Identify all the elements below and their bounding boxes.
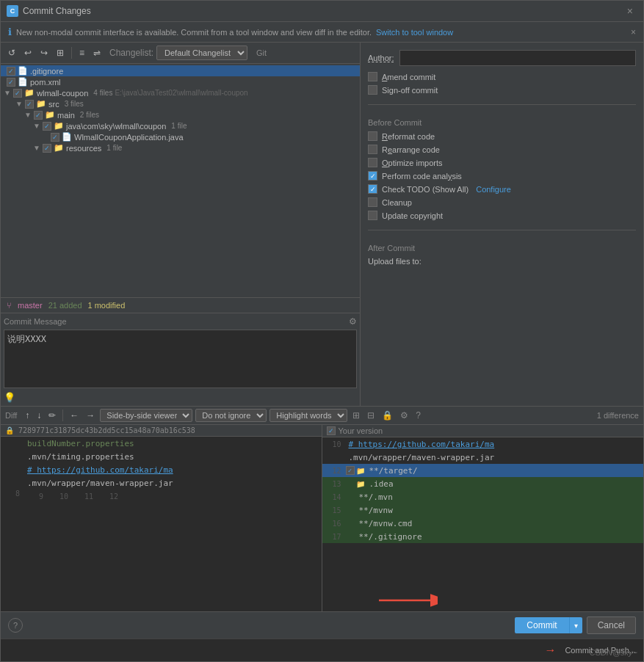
expand-button[interactable]: ≡ — [76, 46, 87, 59]
checkbox-src[interactable]: ✓ — [25, 100, 34, 109]
commit-button[interactable]: Commit — [515, 617, 568, 633]
modified-count: 1 modified — [88, 301, 126, 310]
group-button[interactable]: ⊞ — [54, 46, 67, 59]
diff-prev-button[interactable]: ← — [68, 410, 81, 421]
diff-count: 1 difference — [597, 411, 639, 420]
diff-up-button[interactable]: ↑ — [23, 410, 32, 421]
line-num-10: 10 — [49, 492, 73, 501]
checkbox-resources[interactable]: ✓ — [43, 144, 51, 153]
undo-button[interactable]: ↩ — [21, 46, 35, 59]
commit-dropdown-button[interactable]: ▾ — [569, 617, 582, 633]
file-tree: ✓ 📄 .gitignore ✓ 📄 pom.xml ▼ ✓ 📁 wlmall-… — [1, 64, 360, 297]
upload-row: Upload files to: — [368, 257, 636, 266]
author-input[interactable] — [399, 50, 636, 66]
diff-settings-button[interactable]: ⚙ — [398, 410, 410, 421]
optimize-checkbox[interactable] — [368, 158, 377, 167]
diff-down-button[interactable]: ↓ — [35, 410, 43, 421]
diff-help-button[interactable]: ? — [413, 410, 423, 421]
checkbox-wlmallapp[interactable]: ✓ — [51, 133, 59, 142]
after-commit-label: After Commit — [368, 244, 636, 252]
diff-lock-button[interactable]: 🔒 — [380, 410, 395, 421]
rearrange-checkbox[interactable] — [368, 145, 377, 154]
checktodo-checkbox[interactable]: ✓ — [368, 184, 377, 194]
right-header-checkbox[interactable]: ✓ — [327, 426, 336, 435]
tree-item-main[interactable]: ▼ ✓ 📁 main 2 files — [1, 109, 360, 120]
diff-columns-button[interactable]: ⊞ — [350, 410, 362, 421]
folder-icon-2: 📁 — [356, 480, 365, 488]
configure-link[interactable]: Configure — [476, 185, 511, 194]
update-copyright-checkbox[interactable] — [368, 211, 377, 220]
divider-1 — [368, 104, 636, 105]
diff-next-button[interactable]: → — [84, 410, 97, 421]
wlmallapp-icon: 📄 — [62, 132, 72, 142]
separator — [71, 47, 72, 59]
checkbox-main[interactable]: ✓ — [34, 111, 43, 120]
files-toolbar: ↺ ↩ ↪ ⊞ ≡ ⇌ Changelist: Default Changeli… — [1, 43, 360, 64]
java-badge: 1 file — [171, 122, 187, 130]
diff-line-r6: 15 **/mvnw — [322, 503, 644, 517]
signoff-checkbox[interactable] — [368, 85, 377, 95]
resources-badge: 1 file — [106, 144, 122, 152]
cleanup-checkbox[interactable] — [368, 197, 377, 207]
diff-line-empty: 8 9 10 11 12 — [1, 490, 322, 503]
tree-item-wlmallapp[interactable]: ✓ 📄 WlmallCouponApplication.java — [1, 131, 360, 142]
checkbox-java[interactable]: ✓ — [43, 122, 51, 131]
perform-checkbox[interactable]: ✓ — [368, 171, 377, 181]
main-label: main — [57, 111, 75, 120]
watermark: CSDN@sky~ — [590, 648, 637, 657]
cleanup-label: Cleanup — [382, 198, 412, 207]
cancel-button[interactable]: Cancel — [587, 616, 636, 634]
arrow-resources: ▼ — [33, 144, 40, 152]
changelist-select[interactable]: Default Changelist — [156, 46, 247, 60]
arrow-java: ▼ — [33, 122, 40, 130]
checkbox-gitignore[interactable]: ✓ — [7, 67, 15, 76]
line-number: 13 — [322, 480, 346, 488]
checkbox-wlmall[interactable]: ✓ — [13, 89, 22, 98]
reformat-checkbox[interactable] — [368, 131, 377, 141]
reformat-row: Reformat code — [368, 131, 636, 141]
info-message: New non-modal commit interface is availa… — [16, 28, 372, 37]
before-commit-label: Before Commit — [368, 118, 636, 127]
dialog-close-button[interactable]: × — [623, 4, 637, 18]
diff-edit-button[interactable]: ✏ — [46, 410, 58, 421]
commit-message-label: Commit Message — [4, 317, 67, 326]
diff-version-label: Your version — [339, 426, 383, 435]
line-content: buildNumber.properties — [24, 439, 322, 448]
tree-item-src[interactable]: ▼ ✓ 📁 src 3 files — [1, 98, 360, 109]
line-num-9: 9 — [24, 492, 48, 501]
diff-ignore-select[interactable]: Do not ignore — [195, 409, 267, 422]
src-icon: 📁 — [36, 99, 46, 109]
diff-line-r7: 16 **/mvnw.cmd — [322, 517, 644, 530]
diff-expand-button[interactable]: ⊟ — [365, 410, 377, 421]
tree-item-wlmall[interactable]: ▼ ✓ 📁 wlmall-coupon 4 files E:\java\Java… — [1, 87, 360, 98]
diff-left-panel: 🔒 7289771c31875dc43b2dd5cc15a48a70ab16c5… — [1, 425, 322, 611]
tree-item-pom[interactable]: ✓ 📄 pom.xml — [1, 76, 360, 87]
amend-row: Amend commit — [368, 72, 636, 81]
resources-label: resources — [66, 144, 101, 153]
tree-item-gitignore[interactable]: ✓ 📄 .gitignore — [1, 65, 360, 76]
branch-name: master — [18, 301, 43, 310]
redo-button[interactable]: ↪ — [37, 46, 51, 59]
line-checkbox[interactable]: ✓ — [346, 466, 355, 475]
amend-checkbox[interactable] — [368, 72, 377, 81]
commit-message-input[interactable]: 说明XXXX — [4, 330, 357, 388]
help-button[interactable]: ? — [8, 618, 23, 633]
refresh-button[interactable]: ↺ — [5, 46, 18, 59]
tree-item-java[interactable]: ▼ ✓ 📁 java\com\sky\wlmall\coupon 1 file — [1, 120, 360, 131]
tree-item-resources[interactable]: ▼ ✓ 📁 resources 1 file — [1, 142, 360, 153]
collapse-button[interactable]: ⇌ — [90, 46, 104, 59]
commit-message-settings-icon[interactable]: ⚙ — [349, 316, 357, 327]
diff-highlight-select[interactable]: Highlight words — [269, 409, 347, 422]
right-panel: Author: Amend commit Sign-off commit Bef… — [361, 43, 643, 406]
src-badge: 3 files — [65, 100, 84, 108]
optimize-row: Optimize imports — [368, 158, 636, 167]
info-close-button[interactable]: × — [631, 27, 636, 37]
diff-section: Diff ↑ ↓ ✏ ← → Side-by-side viewer Do no… — [1, 406, 643, 611]
diff-viewer-select[interactable]: Side-by-side viewer — [100, 409, 192, 422]
checkbox-pom[interactable]: ✓ — [7, 78, 15, 87]
switch-to-tool-window-link[interactable]: Switch to tool window — [376, 28, 453, 37]
diff-right-header: ✓ Your version — [322, 425, 644, 437]
commit-message-header: Commit Message ⚙ — [4, 316, 357, 327]
update-copyright-label: Update copyright — [382, 211, 443, 220]
info-bar-content: ℹ New non-modal commit interface is avai… — [8, 26, 453, 37]
